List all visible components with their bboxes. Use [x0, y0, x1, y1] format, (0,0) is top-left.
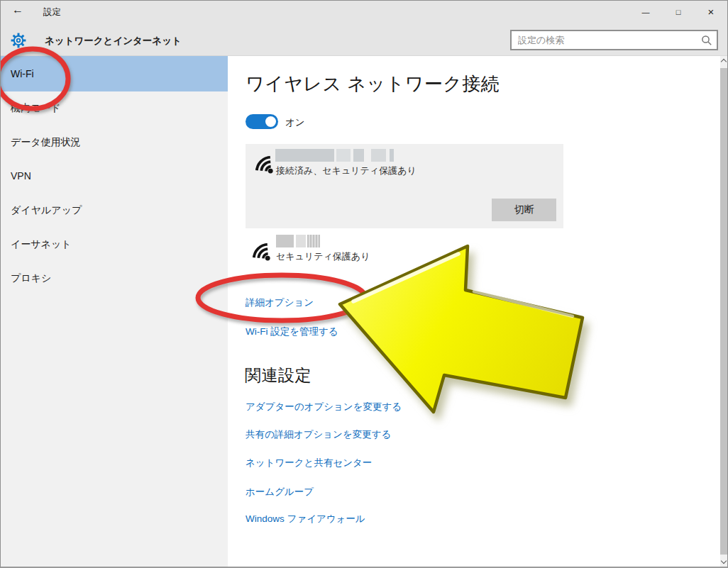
sidebar-item-vpn[interactable]: VPN: [11, 170, 31, 182]
wifi-signal-icon: [246, 235, 273, 264]
search-icon[interactable]: [701, 35, 712, 46]
manage-wifi-settings-link[interactable]: Wi-Fi 設定を管理する: [246, 325, 338, 338]
scroll-up-icon[interactable]: [721, 59, 727, 65]
window-controls: — □ ×: [629, 1, 727, 23]
ssid-redacted: [275, 149, 394, 162]
sidebar-item-airplane-mode[interactable]: 機内モード: [11, 102, 61, 114]
sidebar-item-label: Wi-Fi: [11, 56, 34, 91]
sidebar-item-ethernet[interactable]: イーサネット: [11, 238, 72, 250]
scroll-down-icon[interactable]: [721, 558, 727, 564]
network-status: セキュリティ保護あり: [276, 250, 370, 263]
connected-network-item[interactable]: 接続済み、セキュリティ保護あり 切断: [246, 144, 563, 228]
search-input[interactable]: [512, 31, 717, 49]
vertical-scrollbar[interactable]: [720, 56, 727, 567]
page-breadcrumb: ネットワークとインターネット: [45, 35, 182, 48]
window-title: 設定: [43, 6, 61, 18]
sidebar-item-proxy[interactable]: プロキシ: [11, 272, 51, 284]
wifi-toggle[interactable]: [246, 114, 278, 129]
wifi-toggle-state-label: オン: [285, 116, 305, 129]
back-button[interactable]: ←: [12, 4, 23, 16]
ssid-redacted: [276, 235, 320, 247]
sidebar-item-dialup[interactable]: ダイヤルアップ: [11, 204, 82, 216]
close-button[interactable]: ×: [695, 1, 727, 23]
sidebar: Wi-Fi 機内モード データ使用状況 VPN ダイヤルアップ イーサネット プ…: [1, 56, 228, 567]
sidebar-item-wifi[interactable]: Wi-Fi: [1, 56, 228, 91]
toggle-knob: [265, 116, 276, 127]
sidebar-item-data-usage[interactable]: データ使用状況: [11, 136, 81, 148]
settings-search[interactable]: [510, 30, 718, 50]
homegroup-link[interactable]: ホームグループ: [246, 486, 314, 499]
maximize-button[interactable]: □: [662, 1, 695, 23]
settings-window: ← 設定 — □ × ネットワ: [0, 0, 728, 568]
advanced-options-link[interactable]: 詳細オプション: [246, 296, 314, 309]
gear-icon: [9, 31, 28, 50]
wifi-signal-icon: [249, 147, 276, 177]
network-sharing-center-link[interactable]: ネットワークと共有センター: [246, 457, 372, 469]
minimize-button[interactable]: —: [629, 1, 662, 23]
page-title: ワイヤレス ネットワーク接続: [246, 72, 500, 96]
related-settings-heading: 関連設定: [245, 364, 311, 386]
disconnect-button[interactable]: 切断: [492, 199, 556, 221]
change-adapter-options-link[interactable]: アダプターのオプションを変更する: [246, 401, 402, 413]
scrollbar-thumb[interactable]: [720, 68, 727, 555]
network-status: 接続済み、セキュリティ保護あり: [276, 165, 417, 177]
titlebar: ← 設定 — □ × ネットワ: [1, 1, 727, 56]
windows-firewall-link[interactable]: Windows ファイアウォール: [246, 513, 365, 525]
change-sharing-options-link[interactable]: 共有の詳細オプションを変更する: [246, 428, 391, 441]
